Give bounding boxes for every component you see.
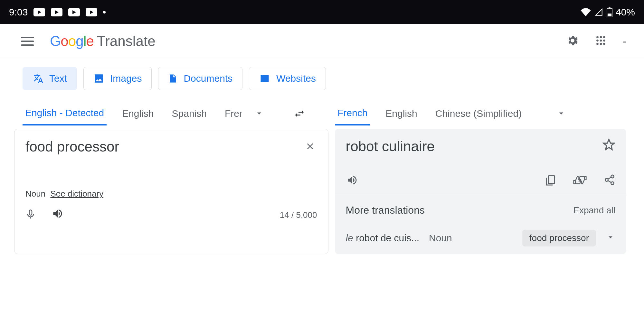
svg-point-3 (596, 36, 599, 38)
alternate-pos: Noun (429, 233, 452, 244)
source-lang-detected[interactable]: English - Detected (23, 103, 107, 125)
speaker-input-button[interactable] (51, 208, 64, 222)
svg-rect-12 (29, 210, 32, 215)
source-lang-option[interactable]: Spanish (169, 104, 209, 125)
svg-point-8 (603, 40, 605, 42)
input-panel: Noun See dictionary 14 / 5,000 (14, 129, 328, 254)
status-bar: 9:03 40% (0, 0, 644, 24)
part-of-speech-row: Noun See dictionary (25, 189, 317, 199)
svg-point-4 (600, 36, 602, 38)
tab-images-label: Images (110, 73, 142, 84)
youtube-icon (51, 8, 62, 16)
svg-point-7 (600, 40, 602, 42)
google-wordmark: Google (50, 33, 94, 49)
youtube-icon (68, 8, 80, 16)
svg-point-10 (600, 43, 602, 45)
svg-point-11 (603, 43, 605, 45)
source-lang-option[interactable]: Fren (222, 104, 242, 125)
status-time: 9:03 (9, 7, 28, 18)
target-languages: French English Chinese (Simplified) (335, 103, 566, 125)
app-header: Google Translate - (0, 24, 644, 59)
battery-percent: 40% (616, 7, 635, 18)
target-lang-selected[interactable]: French (335, 103, 370, 125)
tab-text-label: Text (49, 73, 67, 84)
tab-websites-label: Websites (276, 73, 316, 84)
tab-documents-label: Documents (184, 73, 232, 84)
translation-text: robot culinaire (346, 138, 435, 154)
menu-button[interactable] (21, 37, 34, 46)
copy-button[interactable] (545, 174, 556, 188)
svg-point-16 (611, 182, 614, 185)
account-placeholder[interactable]: - (623, 35, 626, 48)
reverse-translation-chip: food processor (522, 230, 596, 246)
youtube-icon (33, 8, 45, 16)
wifi-icon (580, 8, 591, 16)
share-button[interactable] (604, 174, 615, 188)
source-lang-option[interactable]: English (119, 104, 156, 125)
youtube-icon (86, 8, 97, 16)
tab-images[interactable]: Images (83, 67, 152, 90)
character-count: 14 / 5,000 (280, 210, 317, 220)
mic-button[interactable] (25, 208, 36, 222)
settings-button[interactable] (566, 34, 579, 48)
apps-button[interactable] (595, 35, 607, 48)
svg-point-14 (611, 175, 614, 178)
svg-point-15 (605, 179, 608, 181)
feedback-button[interactable] (573, 174, 587, 188)
see-dictionary-link[interactable]: See dictionary (50, 189, 103, 199)
swap-languages-button[interactable] (293, 108, 306, 121)
svg-rect-13 (548, 176, 555, 184)
expand-row-button[interactable] (606, 232, 615, 244)
save-translation-button[interactable] (602, 138, 615, 153)
target-lang-option[interactable]: Chinese (Simplified) (433, 104, 524, 125)
part-of-speech: Noun (25, 189, 45, 199)
svg-point-6 (596, 40, 599, 42)
more-translations-label: More translations (346, 204, 425, 216)
status-left: 9:03 (9, 7, 106, 18)
speaker-output-button[interactable] (346, 174, 359, 187)
tab-websites[interactable]: Websites (249, 67, 326, 90)
clear-input-button[interactable] (303, 139, 317, 156)
svg-rect-1 (609, 7, 610, 8)
svg-point-9 (596, 43, 599, 45)
source-text-input[interactable] (25, 139, 303, 187)
expand-all-button[interactable]: Expand all (573, 205, 615, 216)
tab-documents[interactable]: Documents (158, 67, 242, 90)
tab-text[interactable]: Text (23, 67, 77, 90)
target-lang-dropdown[interactable] (556, 108, 566, 120)
battery-icon (607, 7, 612, 17)
product-name: Translate (97, 33, 156, 49)
target-lang-option[interactable]: English (383, 104, 420, 125)
alternate-translation-row[interactable]: le robot de cuis... Noun food processor (335, 225, 627, 254)
more-translations-header: More translations Expand all (335, 195, 627, 225)
logo[interactable]: Google Translate (50, 33, 156, 49)
source-lang-dropdown[interactable] (254, 108, 264, 120)
cell-signal-icon (594, 8, 603, 16)
svg-rect-2 (608, 14, 611, 16)
notification-dot (103, 11, 106, 14)
alternate-translation-text: le robot de cuis... (346, 233, 419, 244)
mode-tabs: Text Images Documents Websites (0, 59, 644, 90)
status-right: 40% (580, 7, 635, 18)
source-languages: English - Detected English Spanish Fren (23, 103, 264, 125)
output-panel: robot culinaire (335, 129, 627, 254)
svg-point-5 (603, 36, 605, 38)
language-selector-row: English - Detected English Spanish Fren … (0, 90, 644, 125)
